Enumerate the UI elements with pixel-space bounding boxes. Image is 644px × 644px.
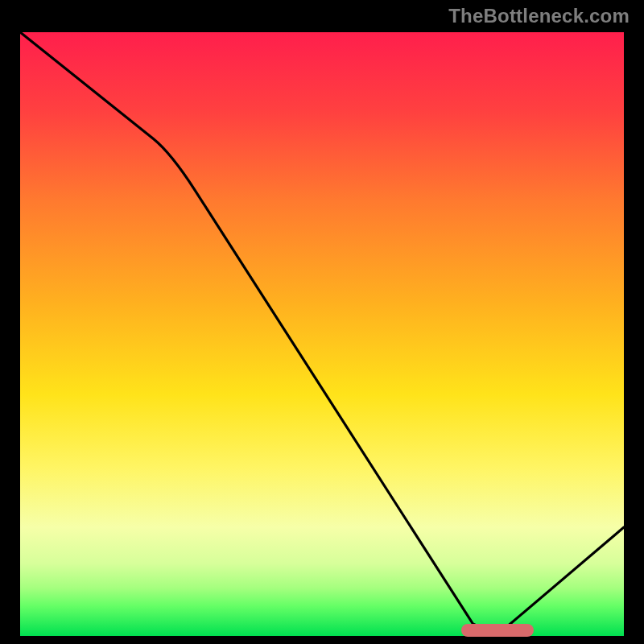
watermark-text: TheBottleneck.com: [448, 5, 630, 27]
plot-area: [20, 32, 624, 636]
optimal-range-indicator: [461, 624, 534, 637]
bottleneck-curve: [20, 32, 624, 630]
plot-overlay: [20, 32, 624, 636]
chart-container: TheBottleneck.com: [0, 0, 644, 644]
